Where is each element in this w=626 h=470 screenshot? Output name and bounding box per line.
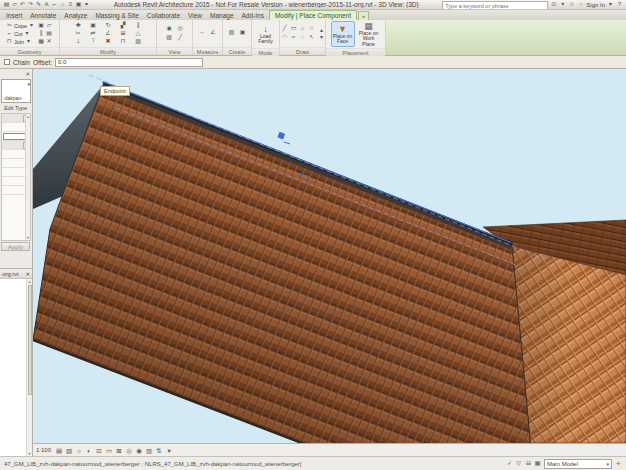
parameter-value-input[interactable] xyxy=(3,133,27,140)
tab-add-ins[interactable]: Add-Ins xyxy=(238,11,268,20)
tab-insert[interactable]: Insert xyxy=(2,11,26,20)
ribbon-tabs[interactable]: InsertAnnotateAnalyzeMassing & SiteColla… xyxy=(2,11,268,20)
load-family-button[interactable]: ↓ Load Family xyxy=(254,21,277,47)
cope-button[interactable]: ✂ Cope ▾ xyxy=(6,22,35,29)
offset-icon[interactable]: ⇄ xyxy=(90,30,97,37)
communication-center-icon[interactable]: ✦ xyxy=(559,1,566,8)
measure-angle-icon[interactable]: ∠ xyxy=(210,29,217,36)
cut-button[interactable]: ⌐ Cut ▾ xyxy=(6,30,35,37)
detail-level-icon[interactable]: ▤ xyxy=(55,446,63,455)
text-icon[interactable]: A xyxy=(43,1,50,8)
floor-icon[interactable]: ▦ xyxy=(37,38,45,45)
draw-scroll-down-icon[interactable]: ▾ xyxy=(318,34,325,41)
scroll-down-icon[interactable]: ▾ xyxy=(27,235,29,240)
tab-modify-place-component[interactable]: Modify | Place Component xyxy=(269,10,357,20)
thin-lines-icon[interactable]: ≡ xyxy=(67,1,74,8)
qat-more-icon[interactable]: ▾ xyxy=(83,1,90,8)
switch-windows-icon[interactable]: ▣ xyxy=(75,1,82,8)
viewbar-more-icon[interactable]: ▾ xyxy=(165,446,173,455)
project-browser-tree[interactable]: ▴ ▾ xyxy=(0,279,32,456)
reveal-hidden-icon[interactable]: ◉ xyxy=(135,446,143,455)
demolish-icon[interactable]: ✕ xyxy=(45,38,53,45)
join-geometry-icon[interactable]: ⊓ xyxy=(120,38,127,45)
line-tool-icon[interactable]: ╱ xyxy=(281,25,288,32)
chain-checkbox[interactable] xyxy=(4,59,10,65)
close-properties-icon[interactable]: ✕ xyxy=(25,71,31,77)
paint-icon[interactable]: ▨ xyxy=(135,38,142,45)
scroll-up-icon[interactable]: ▴ xyxy=(28,279,30,284)
apply-coping-icon[interactable]: ∥ xyxy=(37,30,45,37)
user-icon[interactable]: ○ xyxy=(577,1,584,8)
crop-view-icon[interactable]: ⊡ xyxy=(95,446,103,455)
place-on-face-button[interactable]: ▼ Place on Face xyxy=(331,21,355,47)
redo-icon[interactable]: ↷ xyxy=(27,1,34,8)
join-button[interactable]: ⊓ Join ▾ xyxy=(6,38,35,45)
tab-massing-site[interactable]: Massing & Site xyxy=(91,11,142,20)
array-icon[interactable]: ⊞ xyxy=(120,30,127,37)
undo-icon[interactable]: ↶ xyxy=(19,1,26,8)
quick-access-toolbar[interactable]: ▤▱↶↷✎A⌐⌂≡▣▾ xyxy=(3,1,90,8)
design-option-select[interactable]: Main Model ▾ xyxy=(544,459,612,469)
trim-icon[interactable]: ∠ xyxy=(105,30,112,37)
browser-scrollbar[interactable]: ▴ ▾ xyxy=(26,279,32,456)
reveal-hidden-icon[interactable]: ◉ xyxy=(166,25,173,32)
search-icon[interactable]: ⊙ xyxy=(550,1,557,8)
open-icon[interactable]: ▱ xyxy=(11,1,18,8)
edit-type-button[interactable]: Edit Type xyxy=(1,104,31,113)
paste-icon[interactable]: ▣ xyxy=(37,22,45,29)
create-group-icon[interactable]: ▧ xyxy=(228,29,235,36)
scroll-up-icon[interactable]: ▴ xyxy=(27,114,29,119)
rotate-icon[interactable]: ↻ xyxy=(105,22,112,29)
hip-roof-plane[interactable] xyxy=(512,246,626,443)
hide-isolate-icon[interactable]: ◎ xyxy=(125,446,133,455)
collapsed-tab[interactable]: » xyxy=(358,11,369,20)
sun-path-icon[interactable]: ☼ xyxy=(75,446,83,455)
lock-view-icon[interactable]: ⊠ xyxy=(115,446,123,455)
type-selector[interactable]: -dakpan- ▾ xyxy=(1,79,31,103)
mirror-icon[interactable]: ▞ xyxy=(120,22,127,29)
hide-elements-icon[interactable]: ◎ xyxy=(177,25,184,32)
filter-icon[interactable]: ▽ xyxy=(515,460,522,467)
wall-icon[interactable]: ▤ xyxy=(45,30,53,37)
drawing-area[interactable]: Endpoint xyxy=(33,69,626,443)
scale-icon[interactable]: △ xyxy=(135,30,142,37)
draw-scroll-up-icon[interactable]: ▴ xyxy=(318,27,325,34)
tab-collaborate[interactable]: Collaborate xyxy=(143,11,184,20)
override-graphics-icon[interactable]: ▨ xyxy=(166,34,173,41)
search-input[interactable] xyxy=(443,3,547,9)
place-on-work-plane-button[interactable]: ▦ Place on Work Plane xyxy=(357,21,381,47)
close-project-browser-icon[interactable]: ✕ xyxy=(25,271,31,277)
infocenter-icons[interactable]: ⊙✦☆○ xyxy=(550,1,584,8)
worksharing-display-icon[interactable]: ▥ xyxy=(145,446,153,455)
help-icon[interactable]: ? xyxy=(616,1,623,8)
create-similar-icon[interactable]: ▣ xyxy=(239,29,246,36)
press-drag-icon[interactable]: ▦ xyxy=(534,460,541,467)
copy-icon[interactable]: ▣ xyxy=(90,22,97,29)
apply-button[interactable]: Apply xyxy=(1,242,30,251)
spline-tool-icon[interactable]: ≈ xyxy=(290,34,297,41)
constraints-icon[interactable]: ⇅ xyxy=(155,446,163,455)
offset-input[interactable] xyxy=(55,58,203,67)
tab-annotate[interactable]: Annotate xyxy=(26,11,60,20)
dimension-icon[interactable]: ⌐ xyxy=(51,1,58,8)
tab-analyze[interactable]: Analyze xyxy=(60,11,91,20)
ellipse-tool-icon[interactable]: ◌ xyxy=(299,34,306,41)
warning-icon[interactable]: ✦ xyxy=(615,460,622,467)
unpin-icon[interactable]: ⊤ xyxy=(90,38,97,45)
scale-button[interactable]: 1:100 xyxy=(36,447,53,453)
visual-style-icon[interactable]: ▧ xyxy=(65,446,73,455)
infocenter-dropdown-icon[interactable]: ▾ xyxy=(607,1,614,8)
infocenter-search[interactable] xyxy=(442,1,548,9)
measure-length-icon[interactable]: ↔ xyxy=(199,29,206,36)
sign-in-button[interactable]: Sign In xyxy=(586,2,605,8)
linework-icon[interactable]: ╱ xyxy=(177,34,184,41)
titlebar-right-icons[interactable]: ▾? xyxy=(607,1,623,8)
arc-tool-icon[interactable]: ◠ xyxy=(281,34,288,41)
shadows-icon[interactable]: ◐ xyxy=(85,446,93,455)
cut-geometry-icon[interactable]: ▱ xyxy=(45,22,53,29)
show-crop-icon[interactable]: ▭ xyxy=(105,446,113,455)
scroll-down-icon[interactable]: ▾ xyxy=(28,451,30,456)
editable-only-icon[interactable]: ✓ xyxy=(506,460,513,467)
polygon-tool-icon[interactable]: ⌂ xyxy=(299,25,306,32)
pin-icon[interactable]: ⊥ xyxy=(75,38,82,45)
